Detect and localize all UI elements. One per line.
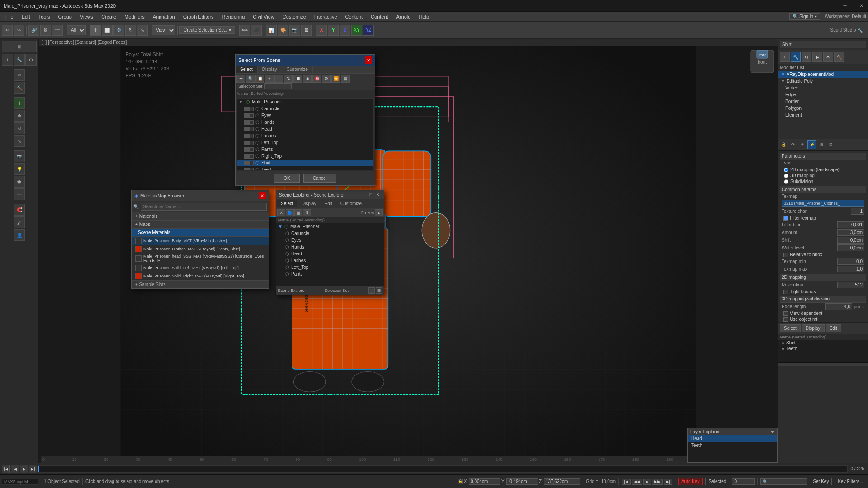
tree-hands[interactable]: ⬡ Hands: [237, 119, 373, 126]
create-panel-btn[interactable]: +: [780, 52, 790, 62]
sidebar-hierarchy[interactable]: ⚙: [25, 54, 37, 66]
filter-texmap-row[interactable]: Filter texmap: [780, 215, 866, 221]
menu-create[interactable]: Create: [98, 13, 120, 20]
se-select-tab[interactable]: Select: [277, 200, 297, 207]
texmap-value[interactable]: 3218 (Male_Prisoner_Clothes_: [782, 200, 864, 207]
x-input[interactable]: [469, 478, 500, 485]
panel-icon-delete[interactable]: 🗑: [817, 140, 826, 149]
window-controls[interactable]: ─ □ ✕: [842, 3, 864, 9]
modifier-edge[interactable]: Edge: [778, 91, 868, 98]
sample-slots-btn[interactable]: + Sample Slots: [132, 280, 269, 288]
z-axis-btn[interactable]: Z: [340, 25, 350, 36]
timeline-next-btn[interactable]: ▶|: [29, 465, 37, 473]
sidebar-viewport-layout[interactable]: ⊞: [2, 41, 37, 52]
display-tab[interactable]: Display: [258, 66, 282, 73]
z-input[interactable]: [544, 478, 580, 485]
type-2d-landscape[interactable]: 2D mapping (landscape): [783, 167, 863, 173]
sidebar-space-warp[interactable]: 〰: [14, 188, 25, 200]
toolbar-btn-4[interactable]: +: [265, 75, 274, 83]
reference-dropdown[interactable]: View: [152, 25, 175, 35]
mat-maps-header[interactable]: + Maps: [132, 221, 269, 229]
toolbar-btn-12[interactable]: ▦: [341, 75, 350, 83]
mat-section-maps[interactable]: + Maps: [132, 221, 269, 229]
se-tree-hands[interactable]: ⬡ Hands: [276, 244, 384, 250]
rotate-btn[interactable]: ↻: [125, 25, 136, 36]
step-fwd-btn[interactable]: ▶▶: [652, 479, 663, 485]
toolbar-btn-3[interactable]: 📋: [255, 75, 264, 83]
maxscript-mini[interactable]: MAXScript Mi...: [2, 479, 38, 485]
relative-bbox-checkbox[interactable]: [783, 253, 788, 257]
le-item-teeth[interactable]: Teeth: [688, 442, 777, 449]
se-tree-lashes[interactable]: ⬡ Lashes: [276, 257, 384, 264]
mat-search-input[interactable]: [141, 203, 267, 211]
se-tree-eyes[interactable]: ⬡ Eyes: [276, 237, 384, 244]
align-btn[interactable]: ⬛: [251, 25, 262, 36]
scale-btn[interactable]: ⤡: [137, 25, 148, 36]
close-btn[interactable]: ✕: [858, 3, 864, 9]
sidebar-display[interactable]: 👁: [14, 69, 25, 81]
se-footer-btn-2[interactable]: ☰: [376, 287, 382, 294]
sidebar-populate[interactable]: 👤: [14, 229, 25, 241]
se-tree-caruncle[interactable]: ⬡ Caruncle: [276, 230, 384, 237]
mat-browser-close-btn[interactable]: ✕: [259, 192, 266, 199]
timeline-play-btn[interactable]: ▶: [20, 465, 28, 473]
se-frozen-up-btn[interactable]: ▲: [375, 209, 383, 216]
mini-scrollbar[interactable]: [778, 362, 868, 366]
texmap-min-input[interactable]: [837, 258, 864, 265]
menu-scripting[interactable]: Interactive: [311, 13, 341, 20]
material-editor-btn[interactable]: 🎨: [278, 25, 288, 36]
se-minimize-btn[interactable]: ─: [360, 192, 367, 198]
undo-btn[interactable]: ↩: [2, 25, 13, 36]
motion-panel-btn[interactable]: ▶: [812, 52, 822, 62]
resolution-input[interactable]: [837, 282, 864, 288]
set-key-btn[interactable]: Set Key: [810, 478, 832, 485]
menu-graph-editors[interactable]: Graph Editors: [179, 13, 217, 20]
menu-content[interactable]: Content: [367, 13, 392, 20]
select-scene-close-btn[interactable]: ✕: [365, 56, 372, 64]
y-input[interactable]: [506, 478, 538, 485]
modify-panel-btn[interactable]: 🔧: [791, 52, 801, 62]
modifier-border[interactable]: Border: [778, 98, 868, 105]
modifier-element[interactable]: Element: [778, 112, 868, 118]
menu-tools[interactable]: Tools: [35, 13, 54, 20]
toolbar-btn-9[interactable]: 🎯: [312, 75, 321, 83]
tree-teeth[interactable]: ⬡ Teeth: [237, 166, 373, 170]
menu-arnold[interactable]: Arnold: [393, 13, 415, 20]
mat-item-clothes[interactable]: Male_Prisoner_Clothes_MAT (VRayMtl) [Pan…: [132, 245, 269, 253]
tree-left-top[interactable]: ⬡ Left_Top: [237, 139, 373, 146]
se-close-btn[interactable]: ✕: [375, 192, 381, 198]
param-header-common[interactable]: Common params: [780, 186, 866, 193]
le-close-btn[interactable]: ▼: [770, 430, 774, 434]
modifier-vertex[interactable]: Vertex: [778, 84, 868, 91]
sidebar-rotate[interactable]: ↻: [14, 122, 25, 134]
step-back-btn[interactable]: ◀◀: [632, 479, 642, 485]
view-dependent-row[interactable]: View-dependent: [780, 310, 866, 316]
shift-input[interactable]: [837, 237, 864, 244]
le-item-head[interactable]: Head: [688, 435, 777, 442]
se-edit-tab[interactable]: Edit: [321, 200, 336, 207]
modifier-vray-displacement[interactable]: ▼ VRayDisplacementMod: [778, 71, 868, 78]
menu-file[interactable]: File: [2, 13, 17, 20]
hierarchy-panel-btn[interactable]: ⚙: [802, 52, 811, 62]
object-name-input[interactable]: [780, 41, 866, 48]
menu-views[interactable]: Views: [76, 13, 97, 20]
mat-item-body[interactable]: Male_Prisoner_Body_MAT (VRayMtl) [Lashes…: [132, 237, 269, 245]
tight-bounds-checkbox[interactable]: [783, 290, 788, 294]
mat-item-solid-right[interactable]: Male_Prisoner_Solid_Right_MAT (VRayMtl) …: [132, 272, 269, 280]
mat-item-solid-left[interactable]: Male_Prisoner_Solid_Left_MAT (VRayMtl) […: [132, 264, 269, 272]
relative-bbox-row[interactable]: Relative to bbox: [780, 252, 866, 258]
toolbar-btn-7[interactable]: 🔲: [293, 75, 302, 83]
panel-icon-show[interactable]: 👁: [788, 140, 797, 149]
viewport-breadcrumb[interactable]: [+] [Perspective] [Standard] [Edged Face…: [42, 40, 127, 45]
menu-interactive[interactable]: Content: [342, 13, 367, 20]
key-filters-btn[interactable]: Key Filters...: [835, 478, 866, 485]
select-scene-tree[interactable]: ▼ ⬡ Male_Prisoner ⬡ Caruncle ⬡ Eyes: [236, 98, 374, 170]
mat-materials-header[interactable]: + Materials: [132, 212, 269, 221]
param-header-3d[interactable]: 3D mapping/subdivision: [780, 296, 866, 303]
timeline-start-btn[interactable]: |◀: [2, 465, 10, 473]
tree-shirt[interactable]: ⬡ Shirt: [237, 160, 373, 166]
se-tb-btn-3[interactable]: ▦: [294, 209, 302, 216]
panel-icon-collapse[interactable]: ⊟: [826, 140, 835, 149]
modifier-editable-poly[interactable]: ▼ Editable Poly: [778, 78, 868, 84]
mini-item-shirt[interactable]: ●Shirt: [778, 340, 868, 346]
